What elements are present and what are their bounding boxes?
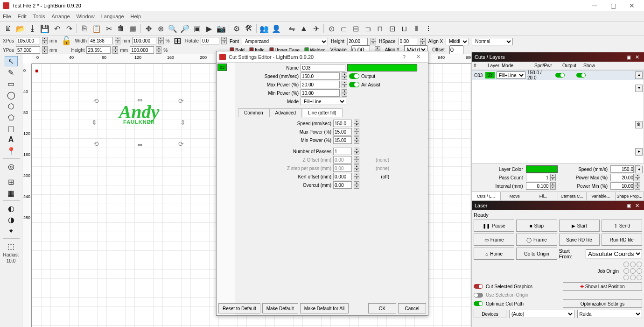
ellipse-tool-icon[interactable]: ◯ xyxy=(5,90,18,100)
height-input[interactable] xyxy=(86,46,111,54)
output-toggle[interactable] xyxy=(349,73,359,79)
maximize-button[interactable]: ▢ xyxy=(604,2,623,9)
delete-icon[interactable]: 🗑 xyxy=(115,23,126,34)
help-button[interactable]: ? xyxy=(397,54,411,60)
mode-select[interactable]: Fill+Line xyxy=(301,98,346,105)
save-rd-button[interactable]: Save RD file xyxy=(559,234,600,246)
layer-prev-icon[interactable]: ◂ xyxy=(635,166,643,173)
line-speed-spinner[interactable]: ▴▾ xyxy=(354,120,359,127)
frame-rect-button[interactable]: ▭Frame xyxy=(474,234,514,246)
make-default-all-button[interactable]: Make Default for All xyxy=(300,303,349,313)
hspace-input[interactable] xyxy=(399,38,417,45)
skew-handle-icon[interactable]: ⇔ xyxy=(137,96,144,103)
overcut-spinner[interactable]: ▴▾ xyxy=(354,181,359,189)
powermin-input[interactable] xyxy=(610,182,634,190)
job-origin-grid[interactable] xyxy=(623,262,642,280)
row-output-toggle[interactable] xyxy=(555,73,565,78)
line-minp-spinner[interactable]: ▴▾ xyxy=(354,136,359,144)
font-select[interactable]: Amperzand xyxy=(242,38,328,45)
speed-input[interactable] xyxy=(301,72,340,80)
line-maxp-input[interactable] xyxy=(333,128,352,135)
zoom-out-icon[interactable]: 🔎 xyxy=(179,23,190,34)
array-tool-icon[interactable]: ⊞ xyxy=(5,177,18,187)
height-spinner[interactable]: ▴▾ xyxy=(112,46,118,54)
flip-h-icon[interactable]: ⇋ xyxy=(286,23,297,34)
subtab-variable[interactable]: Variable... xyxy=(587,192,616,200)
panel-close-button[interactable]: ✕ xyxy=(633,203,641,209)
subtab-cuts[interactable]: Cuts / L... xyxy=(472,192,501,200)
menu-tools[interactable]: Tools xyxy=(33,14,45,19)
width-spinner[interactable]: ▴▾ xyxy=(115,37,120,44)
ypos-input[interactable] xyxy=(16,46,40,54)
line-maxp-spinner[interactable]: ▴▾ xyxy=(354,128,359,135)
maxpower-spinner[interactable]: ▴▾ xyxy=(342,81,347,88)
speed-spinner[interactable]: ▴▾ xyxy=(342,72,347,80)
zoom-in-icon[interactable]: 🔍 xyxy=(167,23,178,34)
zoff-spinner[interactable]: ▴▾ xyxy=(354,156,359,164)
skew-handle-icon[interactable]: ⇕ xyxy=(91,119,98,125)
subtab-move[interactable]: Move xyxy=(501,192,530,200)
cut-icon[interactable]: ✂ xyxy=(103,23,114,34)
move-layer-down-icon[interactable]: ▾ xyxy=(635,85,643,92)
grid-array-icon[interactable]: ▦ xyxy=(5,188,18,198)
camera-icon[interactable]: 📷 xyxy=(216,23,227,34)
stop-button[interactable]: ■Stop xyxy=(516,220,557,232)
zstep-input[interactable] xyxy=(333,164,352,172)
row-mode-select[interactable]: Fill+Line xyxy=(497,71,525,79)
menu-arrange[interactable]: Arrange xyxy=(51,14,70,19)
device-settings-icon[interactable]: 🛠 xyxy=(243,23,254,34)
minimize-button[interactable]: ─ xyxy=(585,2,604,9)
passcount-spinner[interactable]: ▴▾ xyxy=(550,174,556,181)
goto-origin-button[interactable]: Go to Origin xyxy=(516,248,557,260)
panel-pop-button[interactable]: ▣ xyxy=(624,203,633,209)
distribute-v-icon[interactable]: ⫶ xyxy=(423,23,434,34)
align-hcenter-icon[interactable]: ⊟ xyxy=(350,23,361,34)
layer-color-swatch[interactable] xyxy=(347,64,417,71)
width-input[interactable] xyxy=(89,37,113,44)
move-layer-up-icon[interactable]: ▴ xyxy=(635,71,643,79)
kerf-spinner[interactable]: ▴▾ xyxy=(354,173,359,180)
tab-common[interactable]: Common xyxy=(238,108,269,117)
save-icon[interactable]: 💾 xyxy=(39,23,50,34)
zoom-fit-icon[interactable]: ⊕ xyxy=(155,23,166,34)
speed-input[interactable] xyxy=(610,165,634,173)
start-button[interactable]: ▶Start xyxy=(559,220,600,232)
passes-spinner[interactable]: ▴▾ xyxy=(354,148,359,155)
circle-target-icon[interactable]: ◎ xyxy=(5,161,18,171)
rotate-handle-icon[interactable]: ⟲ xyxy=(93,97,100,104)
offset-input[interactable] xyxy=(449,45,463,54)
new-icon[interactable]: 🗎 xyxy=(3,23,14,34)
layer-next-icon[interactable]: ▸ xyxy=(635,148,643,156)
zoff-input[interactable] xyxy=(333,156,352,164)
reset-default-button[interactable]: Reset to Default xyxy=(218,303,260,313)
overcut-input[interactable] xyxy=(333,181,352,189)
run-rd-button[interactable]: Run RD file xyxy=(602,234,642,246)
layer-swatch[interactable]: 03 xyxy=(217,64,227,71)
device-port-select[interactable]: (Auto) xyxy=(509,310,574,318)
rotate-handle-icon[interactable]: ⟳ xyxy=(178,140,185,147)
minpower-spinner[interactable]: ▴▾ xyxy=(342,89,347,97)
text-style-select[interactable]: Normal xyxy=(472,38,513,45)
tab-line-after-fill[interactable]: Line (after fill) xyxy=(302,108,343,117)
align-left-icon[interactable]: ⊏ xyxy=(338,23,349,34)
powermax-spinner[interactable]: ▴▾ xyxy=(635,174,640,181)
ungroup-icon[interactable]: 👤 xyxy=(271,23,282,34)
close-button[interactable]: ✕ xyxy=(623,2,641,9)
position-tool-icon[interactable]: 📍 xyxy=(5,146,18,156)
powermin-spinner[interactable]: ▴▾ xyxy=(635,182,640,190)
align-top-icon[interactable]: ⊓ xyxy=(374,23,385,34)
interval-spinner[interactable]: ▴▾ xyxy=(550,182,556,190)
home-button[interactable]: ⌂Home xyxy=(474,248,514,260)
rotate-input[interactable] xyxy=(201,37,219,44)
preview-icon[interactable]: ▶ xyxy=(203,23,215,34)
line-speed-input[interactable] xyxy=(333,120,352,127)
alignx-select[interactable]: Middle xyxy=(446,38,469,45)
ok-button[interactable]: OK xyxy=(368,303,396,313)
cancel-button[interactable]: Cancel xyxy=(398,303,426,313)
devices-button[interactable]: Devices xyxy=(474,310,506,318)
panel-pop-button[interactable]: ▣ xyxy=(624,54,633,60)
pan-icon[interactable]: ✥ xyxy=(143,23,154,34)
optimization-settings-button[interactable]: Optimization Settings xyxy=(563,299,642,308)
interval-input[interactable] xyxy=(526,182,549,190)
minpower-input[interactable] xyxy=(301,89,340,97)
